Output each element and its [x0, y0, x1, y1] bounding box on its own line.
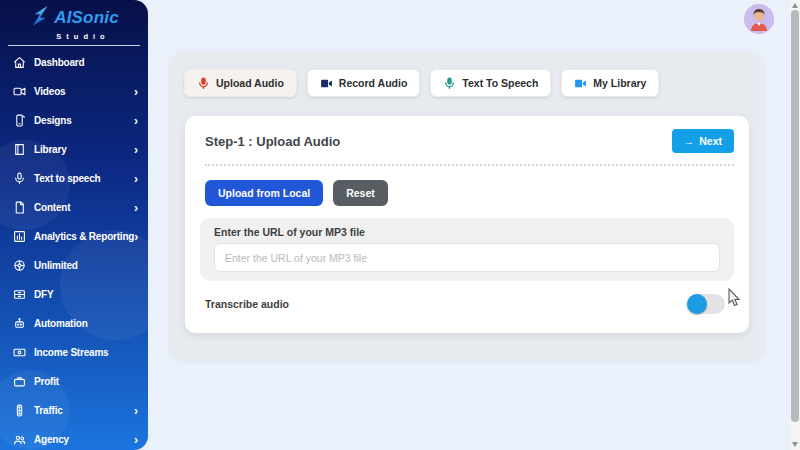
design-icon	[12, 114, 26, 128]
chevron-right-icon: ›	[134, 86, 138, 98]
tab-text-to-speech[interactable]: Text To Speech	[430, 69, 551, 97]
document-icon	[12, 201, 26, 215]
sidebar-item-unlimited[interactable]: Unlimited	[0, 251, 148, 280]
sidebar-item-text-to-speech[interactable]: Text to speech ›	[0, 164, 148, 193]
sidebar-item-dashboard[interactable]: Dashboard	[0, 48, 148, 77]
chevron-right-icon: ›	[134, 144, 138, 156]
video-camera-icon	[12, 85, 26, 99]
sidebar-item-agency[interactable]: Agency ›	[0, 425, 148, 450]
upload-from-local-button[interactable]: Upload from Local	[205, 180, 323, 206]
microphone-icon	[12, 172, 26, 186]
app-logo[interactable]: AISonic Studio	[0, 0, 148, 42]
sidebar-item-library[interactable]: Library ›	[0, 135, 148, 164]
step-title: Step-1 : Upload Audio	[205, 134, 340, 149]
mp3-url-section: Enter the URL of your MP3 file	[200, 218, 734, 281]
microphone-icon	[197, 77, 210, 90]
chevron-right-icon: ›	[134, 434, 138, 446]
reset-button[interactable]: Reset	[333, 180, 388, 206]
chart-icon	[12, 230, 26, 244]
video-camera-icon	[574, 77, 587, 90]
user-avatar[interactable]	[744, 4, 774, 34]
sidebar-item-content[interactable]: Content ›	[0, 193, 148, 222]
book-icon	[12, 143, 26, 157]
mp3-url-label: Enter the URL of your MP3 file	[214, 226, 720, 238]
sidebar-item-profit[interactable]: Profit	[0, 367, 148, 396]
avatar-person-icon	[744, 4, 774, 34]
sidebar-item-videos[interactable]: Videos ›	[0, 77, 148, 106]
brand-name: AISonic	[54, 8, 119, 28]
arrow-right-icon: →	[684, 135, 695, 147]
sidebar-item-automation[interactable]: Automation	[0, 309, 148, 338]
sidebar-divider	[8, 45, 140, 46]
microphone-icon	[443, 77, 456, 90]
tab-upload-audio[interactable]: Upload Audio	[184, 69, 297, 97]
drawer-icon	[12, 288, 26, 302]
audio-source-tabs: Upload Audio Record Audio Text To Speech…	[184, 69, 659, 97]
sidebar-item-dfy[interactable]: DFY	[0, 280, 148, 309]
brand-subtitle: Studio	[18, 32, 148, 41]
mouse-cursor	[728, 288, 741, 311]
chevron-right-icon: ›	[134, 231, 138, 243]
sidebar-item-income-streams[interactable]: Income Streams	[0, 338, 148, 367]
sidebar-item-designs[interactable]: Designs ›	[0, 106, 148, 135]
chevron-right-icon: ›	[134, 173, 138, 185]
tab-record-audio[interactable]: Record Audio	[307, 69, 420, 97]
users-icon	[12, 433, 26, 447]
upload-audio-card: Step-1 : Upload Audio → Next Upload from…	[185, 116, 749, 333]
brand-bolt-icon	[29, 5, 51, 31]
traffic-light-icon	[12, 404, 26, 418]
video-camera-icon	[320, 77, 333, 90]
sidebar-item-analytics-reporting[interactable]: Analytics & Reporting ›	[0, 222, 148, 251]
home-icon	[12, 56, 26, 70]
chevron-right-icon: ›	[134, 405, 138, 417]
sidebar-nav: Dashboard Videos › Designs › Library › T…	[0, 48, 148, 450]
main-content-panel: Upload Audio Record Audio Text To Speech…	[170, 52, 764, 360]
mp3-url-input[interactable]	[214, 243, 720, 272]
briefcase-icon	[12, 375, 26, 389]
transcribe-toggle[interactable]	[687, 294, 725, 314]
dotted-divider	[205, 164, 734, 166]
transcribe-row: Transcribe audio	[205, 294, 725, 314]
banknote-icon	[12, 346, 26, 360]
chevron-right-icon: ›	[134, 202, 138, 214]
scrollbar-thumb[interactable]	[791, 10, 799, 422]
toggle-knob	[687, 294, 707, 314]
next-button[interactable]: → Next	[672, 129, 734, 153]
tab-my-library[interactable]: My Library	[561, 69, 659, 97]
sidebar-item-traffic[interactable]: Traffic ›	[0, 396, 148, 425]
scroll-up-icon[interactable]	[792, 3, 798, 8]
sidebar: AISonic Studio Dashboard Videos › Design…	[0, 0, 148, 450]
lifering-icon	[12, 259, 26, 273]
transcribe-label: Transcribe audio	[205, 298, 289, 310]
robot-icon	[12, 317, 26, 331]
scroll-down-icon[interactable]	[792, 442, 798, 447]
scrollbar[interactable]	[790, 0, 800, 450]
chevron-right-icon: ›	[134, 115, 138, 127]
